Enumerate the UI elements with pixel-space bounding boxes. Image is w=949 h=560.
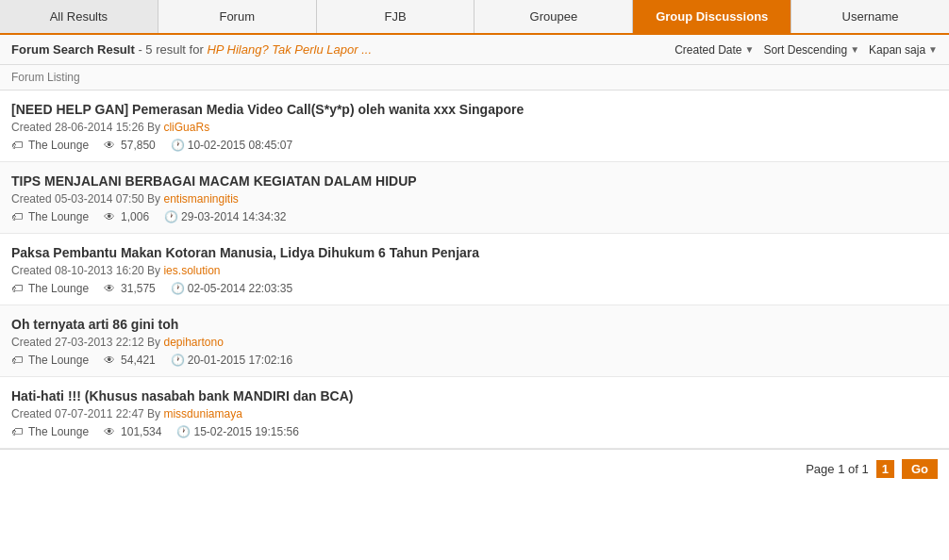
post-date-stat: 🕐 10-02-2015 08:45:07 xyxy=(171,139,292,152)
post-meta: Created 05-03-2014 07:50 By entismaningi… xyxy=(11,192,938,206)
post-title[interactable]: TIPS MENJALANI BERBAGAI MACAM KEGIATAN D… xyxy=(11,173,938,189)
post-item: Hati-hati !!! (Khusus nasabah bank MANDI… xyxy=(0,377,949,449)
post-date: 02-05-2014 22:03:35 xyxy=(188,282,292,295)
post-meta: Created 28-06-2014 15:26 By cliGuaRs xyxy=(11,121,938,134)
page-number-link[interactable]: 1 xyxy=(876,460,894,478)
post-stats: 🏷 The Lounge 👁 101,534 🕐 15-02-2015 19:1… xyxy=(11,425,938,438)
clock-icon: 🕐 xyxy=(171,282,184,295)
post-date: 29-03-2014 14:34:32 xyxy=(181,210,286,223)
eye-icon: 👁 xyxy=(104,425,117,438)
post-tag: The Lounge xyxy=(28,282,89,295)
tag-icon: 🏷 xyxy=(11,282,25,295)
sort-created-date[interactable]: Created Date ▼ xyxy=(674,43,754,57)
tag-icon: 🏷 xyxy=(11,354,25,367)
search-count: - 5 result for xyxy=(138,42,203,57)
post-date: 10-02-2015 08:45:07 xyxy=(188,139,292,152)
post-author[interactable]: ies.solution xyxy=(163,264,220,277)
post-author[interactable]: depihartono xyxy=(163,336,223,349)
post-views: 101,534 xyxy=(121,425,161,438)
post-views-stat: 👁 54,421 xyxy=(104,354,156,367)
eye-icon: 👁 xyxy=(104,210,117,223)
post-created: Created 08-10-2013 16:20 By xyxy=(11,264,163,277)
post-tag: The Lounge xyxy=(28,354,89,367)
post-item: TIPS MENJALANI BERBAGAI MACAM KEGIATAN D… xyxy=(0,162,949,234)
page-info: Page 1 of 1 xyxy=(806,462,869,476)
post-stats: 🏷 The Lounge 👁 31,575 🕐 02-05-2014 22:03… xyxy=(11,282,938,295)
post-meta: Created 08-10-2013 16:20 By ies.solution xyxy=(11,264,938,277)
post-item: Oh ternyata arti 86 gini toh Created 27-… xyxy=(0,305,949,377)
go-button[interactable]: Go xyxy=(902,459,938,479)
sort-descending[interactable]: Sort Descending ▼ xyxy=(763,43,859,57)
pagination-bar: Page 1 of 1 1 Go xyxy=(0,449,949,488)
post-tag: The Lounge xyxy=(28,139,89,152)
post-created: Created 28-06-2014 15:26 By xyxy=(11,121,163,134)
sort-time-range-label: Kapan saja xyxy=(869,43,925,57)
eye-icon: 👁 xyxy=(104,354,117,367)
clock-icon: 🕐 xyxy=(171,139,184,152)
clock-icon: 🕐 xyxy=(176,425,190,438)
post-views-stat: 👁 1,006 xyxy=(104,210,149,223)
post-date-stat: 🕐 29-03-2014 14:34:32 xyxy=(164,210,286,223)
sort-time-range-arrow: ▼ xyxy=(928,44,938,55)
post-tag: The Lounge xyxy=(28,210,89,223)
sort-descending-label: Sort Descending xyxy=(763,43,847,57)
tag-icon: 🏷 xyxy=(11,139,25,152)
tag-icon: 🏷 xyxy=(11,210,25,223)
post-meta: Created 27-03-2013 22:12 By depihartono xyxy=(11,336,938,349)
nav-fjb[interactable]: FJB xyxy=(317,0,475,33)
post-views: 57,850 xyxy=(121,139,156,152)
post-date-stat: 🕐 15-02-2015 19:15:56 xyxy=(176,425,298,438)
post-views: 1,006 xyxy=(121,210,149,223)
eye-icon: 👁 xyxy=(104,282,117,295)
sort-descending-arrow: ▼ xyxy=(850,44,859,55)
post-tag-stat: 🏷 The Lounge xyxy=(11,282,89,295)
post-created: Created 07-07-2011 22:47 By xyxy=(11,407,163,420)
post-item: [NEED HELP GAN] Pemerasan Media Video Ca… xyxy=(0,91,949,162)
post-views-stat: 👁 31,575 xyxy=(104,282,156,295)
clock-icon: 🕐 xyxy=(171,354,184,367)
post-views: 31,575 xyxy=(121,282,156,295)
search-info: Forum Search Result - 5 result for HP Hi… xyxy=(11,42,372,57)
nav-groupee[interactable]: Groupee xyxy=(474,0,633,33)
post-title[interactable]: Oh ternyata arti 86 gini toh xyxy=(11,317,938,332)
search-query: HP Hilang? Tak Perlu Lapor ... xyxy=(207,42,372,57)
nav-username[interactable]: Username xyxy=(791,0,949,33)
post-stats: 🏷 The Lounge 👁 54,421 🕐 20-01-2015 17:02… xyxy=(11,354,938,367)
post-title[interactable]: Hati-hati !!! (Khusus nasabah bank MANDI… xyxy=(11,388,938,404)
post-views-stat: 👁 101,534 xyxy=(104,425,161,438)
nav-forum[interactable]: Forum xyxy=(158,0,317,33)
post-views: 54,421 xyxy=(121,354,156,367)
post-author[interactable]: cliGuaRs xyxy=(163,121,209,134)
post-meta: Created 07-07-2011 22:47 By missduniamay… xyxy=(11,407,938,420)
sort-time-range[interactable]: Kapan saja ▼ xyxy=(869,43,938,57)
nav-group-discussions[interactable]: Group Discussions xyxy=(633,0,791,33)
post-tag-stat: 🏷 The Lounge xyxy=(11,139,89,152)
post-tag-stat: 🏷 The Lounge xyxy=(11,425,89,438)
post-item: Paksa Pembantu Makan Kotoran Manusia, Li… xyxy=(0,234,949,305)
post-views-stat: 👁 57,850 xyxy=(104,139,156,152)
sort-created-date-arrow: ▼ xyxy=(745,44,755,55)
nav-all-results[interactable]: All Results xyxy=(0,0,158,33)
tag-icon: 🏷 xyxy=(11,425,25,438)
top-navigation: All Results Forum FJB Groupee Group Disc… xyxy=(0,0,949,35)
post-author[interactable]: entismaningitis xyxy=(163,192,238,206)
post-author[interactable]: missduniamaya xyxy=(163,407,241,420)
post-tag-stat: 🏷 The Lounge xyxy=(11,210,89,223)
search-result-bar: Forum Search Result - 5 result for HP Hi… xyxy=(0,35,949,65)
eye-icon: 👁 xyxy=(104,139,117,152)
post-date: 15-02-2015 19:15:56 xyxy=(193,425,298,438)
post-stats: 🏷 The Lounge 👁 1,006 🕐 29-03-2014 14:34:… xyxy=(11,210,938,223)
post-stats: 🏷 The Lounge 👁 57,850 🕐 10-02-2015 08:45… xyxy=(11,139,938,152)
forum-listing-header: Forum Listing xyxy=(0,65,949,91)
clock-icon: 🕐 xyxy=(164,210,177,223)
forum-listing-label: Forum Listing xyxy=(11,71,80,84)
posts-container: [NEED HELP GAN] Pemerasan Media Video Ca… xyxy=(0,91,949,449)
post-date-stat: 🕐 02-05-2014 22:03:35 xyxy=(171,282,292,295)
post-created: Created 27-03-2013 22:12 By xyxy=(11,336,163,349)
search-sort-controls: Created Date ▼ Sort Descending ▼ Kapan s… xyxy=(674,43,938,57)
post-title[interactable]: [NEED HELP GAN] Pemerasan Media Video Ca… xyxy=(11,102,938,117)
post-title[interactable]: Paksa Pembantu Makan Kotoran Manusia, Li… xyxy=(11,245,938,260)
post-date: 20-01-2015 17:02:16 xyxy=(188,354,292,367)
search-result-label: Forum Search Result xyxy=(11,42,135,57)
post-created: Created 05-03-2014 07:50 By xyxy=(11,192,163,206)
